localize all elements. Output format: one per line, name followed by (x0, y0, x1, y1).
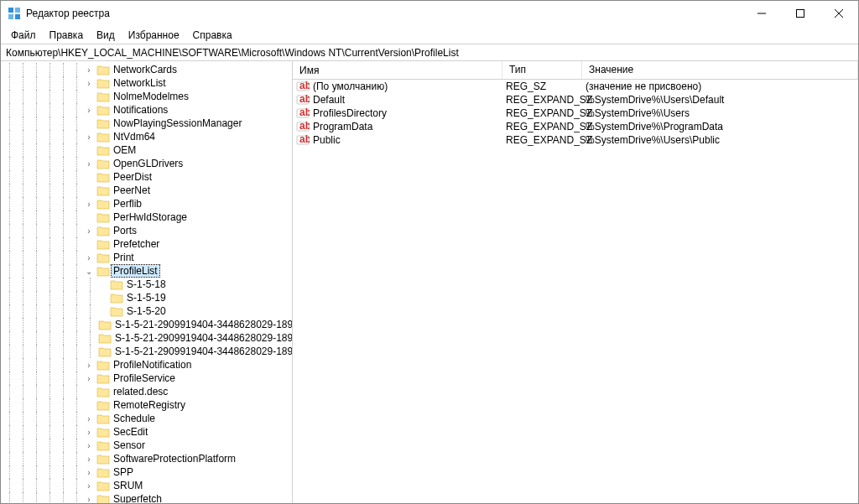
reg-string-icon: ab (296, 93, 310, 107)
chevron-down-icon[interactable]: ⌄ (83, 267, 95, 276)
column-header-type[interactable]: Тип (502, 61, 582, 79)
folder-icon (110, 306, 123, 317)
chevron-right-icon[interactable]: › (83, 253, 95, 262)
tree-item[interactable]: ⌄ProfileList (1, 264, 292, 278)
svg-rect-1 (15, 8, 20, 13)
column-header-name[interactable]: Имя (293, 61, 502, 79)
chevron-right-icon[interactable]: › (83, 374, 95, 383)
folder-icon (96, 252, 110, 263)
folder-icon (96, 145, 110, 156)
list-body[interactable]: ab(По умолчанию)REG_SZ(значение не присв… (293, 80, 858, 503)
tree-item-label: ProfileList (112, 265, 159, 277)
chevron-right-icon[interactable]: › (83, 361, 95, 370)
menu-edit[interactable]: Правка (43, 28, 91, 43)
chevron-right-icon[interactable]: › (83, 132, 95, 142)
tree-item[interactable]: ›SRUM (1, 479, 292, 492)
reg-string-icon: ab (296, 120, 310, 133)
minimize-button[interactable] (742, 1, 781, 26)
chevron-right-icon[interactable]: › (83, 106, 95, 115)
tree-item-label: NetworkCards (112, 64, 179, 75)
chevron-right-icon[interactable]: › (83, 226, 95, 236)
tree-item[interactable]: S-1-5-21-2909919404-3448628029-189704808… (1, 345, 292, 358)
menu-favorites[interactable]: Избранное (122, 28, 186, 43)
reg-string-icon: ab (296, 107, 310, 120)
tree-item[interactable]: ›SecEdit (1, 425, 292, 439)
tree-item[interactable]: ›Ports (1, 224, 292, 237)
tree-item[interactable]: ›Perflib (1, 197, 292, 210)
tree-item-label: Superfetch (112, 493, 164, 503)
list-row[interactable]: ab(По умолчанию)REG_SZ(значение не присв… (293, 80, 858, 93)
svg-text:ab: ab (299, 107, 310, 118)
tree-item[interactable]: OEM (1, 143, 292, 157)
folder-icon (96, 413, 110, 424)
tree-item[interactable]: NolmeModelmes (1, 90, 292, 103)
tree-item[interactable]: ›NtVdm64 (1, 130, 292, 143)
chevron-right-icon[interactable]: › (83, 455, 95, 464)
tree-item[interactable]: ›OpenGLDrivers (1, 157, 292, 170)
tree-item-label: S-1-5-18 (125, 278, 168, 290)
folder-icon (96, 226, 110, 236)
menubar: Файл Правка Вид Избранное Справка (1, 26, 858, 44)
tree-scroll[interactable]: ›NetworkCards›NetworkListNolmeModelmes›N… (1, 61, 292, 503)
chevron-right-icon[interactable]: › (83, 159, 95, 169)
tree-item-label: NetworkList (112, 77, 168, 89)
folder-icon (96, 118, 110, 129)
list-row[interactable]: abProgramDataREG_EXPAND_SZ%SystemDrive%\… (293, 120, 858, 133)
tree-item[interactable]: ›SoftwareProtectionPlatform (1, 452, 292, 465)
chevron-right-icon[interactable]: › (83, 468, 95, 477)
chevron-right-icon[interactable]: › (83, 481, 95, 491)
tree-item[interactable]: related.desc (1, 385, 292, 398)
tree-item[interactable]: ›Sensor (1, 439, 292, 452)
tree-item-label: Sensor (112, 439, 147, 451)
tree-item[interactable]: NowPlayingSessionManager (1, 117, 292, 130)
tree-item[interactable]: ›ProfileNotification (1, 358, 292, 372)
chevron-right-icon[interactable]: › (83, 79, 95, 88)
tree-item-label: Prefetcher (112, 238, 161, 250)
tree-item[interactable]: S-1-5-18 (1, 278, 292, 291)
tree-item[interactable]: PerHwIdStorage (1, 210, 292, 224)
tree-item[interactable]: S-1-5-21-2909919404-3448628029-189704808… (1, 331, 292, 345)
tree-item[interactable]: ›NetworkCards (1, 63, 292, 76)
chevron-right-icon[interactable]: › (83, 200, 95, 209)
column-header-data[interactable]: Значение (582, 61, 858, 79)
tree-item[interactable]: RemoteRegistry (1, 398, 292, 412)
folder-icon (96, 427, 110, 438)
chevron-right-icon[interactable]: › (83, 441, 95, 450)
folder-icon (96, 132, 110, 143)
tree-item[interactable]: ›Schedule (1, 412, 292, 425)
menu-help[interactable]: Справка (186, 28, 239, 43)
list-row[interactable]: abDefaultREG_EXPAND_SZ%SystemDrive%\User… (293, 93, 858, 107)
folder-icon (98, 346, 112, 357)
chevron-right-icon[interactable]: › (83, 414, 95, 423)
tree-item-label: S-1-5-21-2909919404-3448628029-189704808… (113, 332, 292, 344)
menu-view[interactable]: Вид (90, 28, 122, 43)
chevron-right-icon[interactable]: › (83, 495, 95, 504)
tree-item[interactable]: ›SPP (1, 465, 292, 479)
tree-item[interactable]: PeerDist (1, 170, 292, 184)
tree-item[interactable]: ›NetworkList (1, 76, 292, 90)
tree-item-label: Schedule (112, 413, 157, 424)
tree-item[interactable]: PeerNet (1, 184, 292, 197)
chevron-right-icon[interactable]: › (83, 65, 95, 75)
folder-icon (96, 199, 110, 210)
maximize-button[interactable] (781, 1, 820, 26)
tree-item[interactable]: S-1-5-19 (1, 291, 292, 304)
reg-string-icon: ab (296, 133, 310, 147)
folder-icon (96, 65, 110, 75)
folder-icon (110, 279, 123, 290)
list-row[interactable]: abProfilesDirectoryREG_EXPAND_SZ%SystemD… (293, 107, 858, 120)
tree-item[interactable]: S-1-5-21-2909919404-3448628029-189704808… (1, 318, 292, 331)
tree-item[interactable]: ›Print (1, 251, 292, 264)
address-bar[interactable]: Компьютер\HKEY_LOCAL_MACHINE\SOFTWARE\Mi… (1, 44, 858, 61)
chevron-right-icon[interactable]: › (83, 428, 95, 437)
app-icon (8, 7, 21, 20)
menu-file[interactable]: Файл (4, 28, 43, 43)
tree-item[interactable]: ›Notifications (1, 103, 292, 117)
tree-item[interactable]: Prefetcher (1, 237, 292, 251)
list-row[interactable]: abPublicREG_EXPAND_SZ%SystemDrive%\Users… (293, 133, 858, 147)
tree-item[interactable]: S-1-5-20 (1, 304, 292, 318)
svg-text:ab: ab (299, 80, 310, 91)
tree-item[interactable]: ›Superfetch (1, 492, 292, 503)
tree-item[interactable]: ›ProfileService (1, 372, 292, 385)
close-button[interactable] (820, 1, 858, 26)
